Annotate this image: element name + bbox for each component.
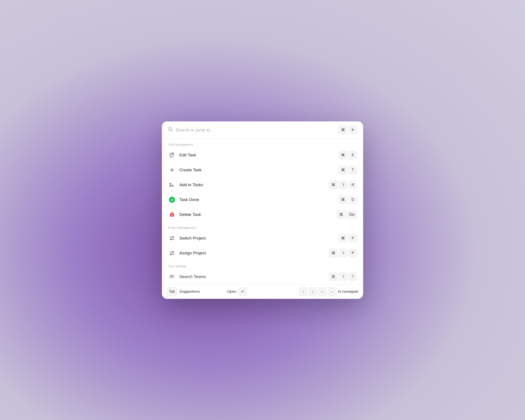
enter-key: ↵ <box>238 288 247 296</box>
assign-icon <box>168 249 176 257</box>
arrow-keys: ↑ ↓ ← → <box>299 288 336 296</box>
switch-project-label: Switch Project <box>179 236 339 241</box>
menu-item-task-done[interactable]: Task Done ⌘ D <box>162 192 363 207</box>
k-key: K <box>349 126 357 134</box>
task-done-label: Task Done <box>179 197 339 202</box>
svg-line-1 <box>171 130 173 131</box>
d-key: D <box>349 196 357 204</box>
edit-task-shortcut: ⌘ E <box>339 151 357 159</box>
arrow-down: ↓ <box>309 288 317 296</box>
menu-item-add-to-tasks[interactable]: Add to Tasks ⌘ ⇧ N <box>162 177 363 192</box>
shift-key: ⇧ <box>339 272 347 281</box>
create-task-shortcut: ⌘ T <box>339 166 357 174</box>
add-tasks-icon <box>168 181 176 189</box>
footer-open-group: Open ↵ <box>227 288 247 296</box>
t-key: T <box>349 166 357 174</box>
n-key: N <box>349 181 357 189</box>
add-to-tasks-shortcut: ⌘ ⇧ N <box>329 181 357 189</box>
plus-icon <box>168 166 176 174</box>
cmd-key: ⌘ <box>339 166 347 174</box>
p-key: P <box>349 234 357 242</box>
svg-rect-8 <box>169 184 171 185</box>
svg-point-19 <box>170 275 172 277</box>
menu-item-switch-project[interactable]: Switch Project ⌘ P <box>162 231 363 246</box>
t-key: T <box>349 272 357 281</box>
section-your-settings: Your Settings Search Teams ⌘ ⇧ T <box>162 261 363 284</box>
svg-rect-15 <box>171 212 173 213</box>
create-task-label: Create Task <box>179 168 339 172</box>
assign-project-label: Assign Project <box>179 251 329 255</box>
menu-item-search-teams[interactable]: Search Teams ⌘ ⇧ T <box>162 269 363 284</box>
section-label-settings: Your Settings <box>162 261 363 269</box>
search-teams-shortcut: ⌘ ⇧ T <box>329 272 357 281</box>
menu-item-assign-project[interactable]: Assign Project ⌘ ⇧ P <box>162 246 363 261</box>
del-key: Del <box>347 210 357 219</box>
svg-rect-9 <box>169 186 171 187</box>
task-done-shortcut: ⌘ D <box>339 196 357 204</box>
search-placeholder: Search or jump to... <box>175 128 336 132</box>
footer-suggestions-label: Suggestions <box>179 289 200 294</box>
p-key: P <box>349 249 357 257</box>
arrow-left: ← <box>318 288 327 296</box>
section-task-management: Task Management Edit Task ⌘ E <box>162 139 363 222</box>
menu-item-edit-task[interactable]: Edit Task ⌘ E <box>162 148 363 163</box>
shift-key: ⇧ <box>339 181 347 189</box>
arrow-up: ↑ <box>299 288 307 296</box>
cmd-key: ⌘ <box>329 249 338 257</box>
search-teams-label: Search Teams <box>179 274 329 279</box>
arrow-right: → <box>328 288 336 296</box>
trash-icon <box>168 211 176 219</box>
cmd-key: ⌘ <box>339 196 347 204</box>
cmd-key: ⌘ <box>329 181 338 189</box>
footer-open-label: Open <box>227 289 236 294</box>
delete-task-shortcut: ⌘ Del <box>337 210 357 219</box>
search-bar[interactable]: Search or jump to... ⌘ K <box>162 121 363 139</box>
section-label-task: Task Management <box>162 139 363 148</box>
add-to-tasks-label: Add to Tasks <box>179 182 329 187</box>
svg-rect-7 <box>169 183 171 184</box>
footer-navigate-group: ↑ ↓ ← → to naviagate <box>299 288 358 296</box>
footer-bar: Tab Suggestions Open ↵ ↑ ↓ ← → to naviag… <box>162 284 363 299</box>
shift-key: ⇧ <box>339 249 347 257</box>
edit-task-label: Edit Task <box>179 153 339 158</box>
footer-tab-group: Tab Suggestions <box>167 288 200 296</box>
section-project-management: Project Management Switch Project ⌘ P <box>162 222 363 261</box>
cmd-key: ⌘ <box>339 126 347 134</box>
switch-icon <box>168 234 176 242</box>
cmd-key: ⌘ <box>339 151 347 159</box>
e-key: E <box>349 151 357 159</box>
cmd-key: ⌘ <box>339 234 347 242</box>
command-palette: Search or jump to... ⌘ K Task Management… <box>162 121 363 299</box>
cmd-key: ⌘ <box>337 210 346 219</box>
assign-project-shortcut: ⌘ ⇧ P <box>329 249 357 257</box>
cmd-key: ⌘ <box>329 272 338 281</box>
edit-icon <box>168 151 176 159</box>
switch-project-shortcut: ⌘ P <box>339 234 357 242</box>
menu-item-delete-task[interactable]: Delete Task ⌘ Del <box>162 207 363 222</box>
search-shortcut: ⌘ K <box>339 126 357 134</box>
menu-item-create-task[interactable]: Create Task ⌘ T <box>162 163 363 177</box>
tab-key: Tab <box>167 288 177 296</box>
footer-navigate-label: to naviagate <box>338 289 358 294</box>
teams-icon <box>168 273 176 281</box>
search-icon <box>168 127 173 133</box>
section-label-project: Project Management <box>162 222 363 231</box>
delete-task-label: Delete Task <box>179 212 337 217</box>
done-icon <box>168 196 176 204</box>
svg-point-20 <box>173 275 174 277</box>
